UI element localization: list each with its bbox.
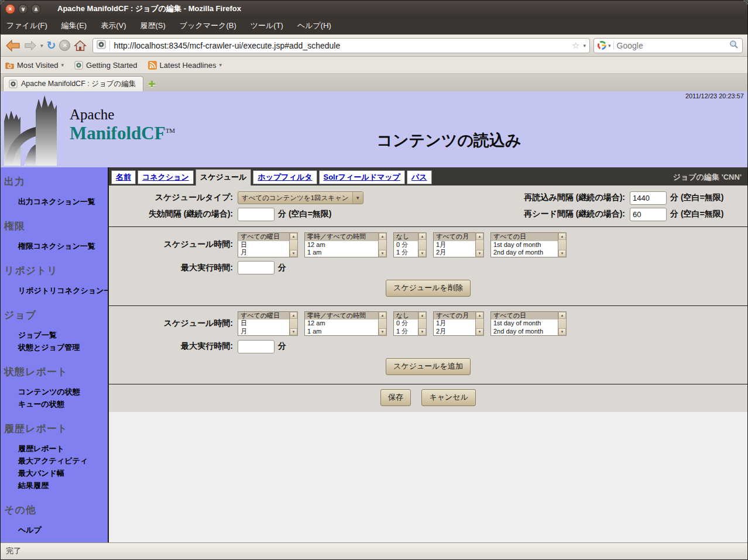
select-scrollbar[interactable] bbox=[378, 311, 387, 336]
select-option[interactable]: 1月 bbox=[434, 319, 475, 328]
sidebar-item-job-list[interactable]: ジョブ一覧 bbox=[4, 329, 105, 342]
select-option[interactable]: なし bbox=[394, 233, 418, 241]
window-maximize-button[interactable]: ∧ bbox=[31, 4, 41, 14]
select-option[interactable]: すべての曜日 bbox=[238, 312, 289, 320]
hour-select[interactable]: 零時／すべての時間 12 am 1 am bbox=[304, 232, 387, 257]
max-run-time-input[interactable] bbox=[238, 340, 275, 353]
select-scrollbar[interactable] bbox=[558, 232, 567, 257]
select-option[interactable]: なし bbox=[394, 312, 418, 320]
bookmark-most-visited[interactable]: Most Visited ▾ bbox=[5, 61, 64, 70]
home-icon[interactable] bbox=[74, 39, 87, 52]
select-option[interactable]: すべての曜日 bbox=[238, 233, 289, 241]
select-option[interactable]: 日 bbox=[238, 241, 289, 249]
sidebar-item-authority-connections[interactable]: 権限コネクション一覧 bbox=[4, 241, 105, 253]
search-input[interactable] bbox=[617, 41, 726, 50]
sidebar-item-result-history[interactable]: 結果履歴 bbox=[4, 480, 105, 492]
select-option[interactable]: 12 am bbox=[305, 319, 378, 328]
menu-history[interactable]: 履歴(S) bbox=[140, 20, 166, 31]
select-option[interactable]: 0 分 bbox=[394, 241, 418, 249]
select-scrollbar[interactable] bbox=[558, 311, 567, 336]
select-option[interactable]: 12 am bbox=[305, 241, 378, 249]
dayofweek-select[interactable]: すべての曜日 日 月 bbox=[238, 232, 298, 257]
schedule-type-select[interactable]: すべてのコンテンツを1回スキャン ▼ bbox=[238, 191, 363, 204]
select-scrollbar[interactable] bbox=[475, 232, 484, 257]
tab-solr-field-map[interactable]: Solrフィールドマップ bbox=[319, 170, 405, 184]
select-option[interactable]: 2月 bbox=[434, 328, 475, 336]
select-option[interactable]: すべての月 bbox=[434, 312, 475, 320]
sidebar-item-queue-status[interactable]: キューの状態 bbox=[4, 398, 105, 411]
search-engine-dropdown-icon[interactable]: ▾ bbox=[608, 43, 611, 49]
month-select[interactable]: すべての月 1月 2月 bbox=[433, 232, 484, 257]
search-bar[interactable]: ▾ bbox=[593, 38, 743, 53]
window-close-button[interactable]: × bbox=[5, 4, 15, 14]
bookmark-star-icon[interactable]: ☆ bbox=[572, 40, 579, 51]
menu-view[interactable]: 表示(V) bbox=[101, 20, 126, 31]
select-option[interactable]: 月 bbox=[238, 249, 289, 257]
menu-help[interactable]: ヘルプ(H) bbox=[297, 20, 331, 31]
window-minimize-button[interactable]: ∨ bbox=[18, 4, 28, 14]
select-option[interactable]: 1st day of month bbox=[491, 319, 558, 328]
url-input[interactable] bbox=[114, 41, 568, 50]
select-scrollbar[interactable] bbox=[475, 311, 484, 336]
save-button[interactable]: 保存 bbox=[380, 389, 411, 406]
select-scrollbar[interactable] bbox=[418, 232, 427, 257]
menu-bookmarks[interactable]: ブックマーク(B) bbox=[180, 20, 236, 31]
hour-select[interactable]: 零時／すべての時間 12 am 1 am bbox=[304, 311, 387, 336]
month-select[interactable]: すべての月 1月 2月 bbox=[433, 311, 484, 336]
forward-icon[interactable] bbox=[24, 40, 37, 51]
back-icon[interactable] bbox=[5, 39, 20, 53]
select-option[interactable]: 零時／すべての時間 bbox=[305, 312, 378, 320]
dayofmonth-select[interactable]: すべての日 1st day of month 2nd day of month bbox=[490, 311, 567, 336]
search-engine-button[interactable]: ▾ bbox=[598, 41, 614, 50]
browser-tab[interactable]: Apache ManifoldCF : ジョブの編集 bbox=[3, 76, 143, 91]
select-scrollbar[interactable] bbox=[289, 232, 298, 257]
select-option[interactable]: 1 分 bbox=[394, 328, 418, 336]
select-option[interactable]: 2nd day of month bbox=[491, 328, 558, 336]
select-option[interactable]: 2nd day of month bbox=[491, 249, 558, 257]
select-option[interactable]: 0 分 bbox=[394, 319, 418, 328]
dayofweek-select[interactable]: すべての曜日 日 月 bbox=[238, 311, 298, 336]
expiration-interval-input[interactable] bbox=[238, 208, 275, 221]
select-option[interactable]: すべての日 bbox=[491, 312, 558, 320]
sidebar-item-max-activity[interactable]: 最大アクティビティ bbox=[4, 455, 105, 468]
bookmark-latest-headlines[interactable]: Latest Headlines ▾ bbox=[148, 61, 222, 70]
tab-name[interactable]: 名前 bbox=[111, 170, 136, 184]
select-option[interactable]: 1月 bbox=[434, 241, 475, 249]
reload-icon[interactable]: ↻ bbox=[47, 40, 56, 51]
tab-schedule[interactable]: スケジュール bbox=[195, 169, 252, 185]
sidebar-item-output-connections[interactable]: 出力コネクション一覧 bbox=[4, 196, 105, 208]
sidebar-item-document-status[interactable]: コンテンツの状態 bbox=[4, 386, 105, 398]
sidebar-item-help[interactable]: ヘルプ bbox=[4, 524, 105, 537]
select-option[interactable]: 1 am bbox=[305, 249, 378, 257]
select-option[interactable]: すべての月 bbox=[434, 233, 475, 241]
new-tab-button[interactable]: ✚ bbox=[147, 79, 158, 91]
select-scrollbar[interactable] bbox=[378, 232, 387, 257]
minute-select[interactable]: なし 0 分 1 分 bbox=[393, 232, 427, 257]
tab-path[interactable]: パス bbox=[407, 170, 432, 184]
tab-connection[interactable]: コネクション bbox=[138, 170, 194, 184]
tab-hop-filters[interactable]: ホップフィルタ bbox=[253, 170, 317, 184]
stop-icon[interactable]: ✕ bbox=[59, 40, 70, 51]
menu-tools[interactable]: ツール(T) bbox=[251, 20, 283, 31]
select-option[interactable]: 2月 bbox=[434, 249, 475, 257]
select-option[interactable]: 1st day of month bbox=[491, 241, 558, 249]
menu-file[interactable]: ファイル(F) bbox=[6, 20, 47, 31]
select-scrollbar[interactable] bbox=[289, 311, 298, 336]
select-option[interactable]: 零時／すべての時間 bbox=[305, 233, 378, 241]
select-scrollbar[interactable] bbox=[418, 311, 427, 336]
sidebar-item-repository-connections[interactable]: リポジトリコネクション一覧 bbox=[4, 285, 105, 297]
bookmark-getting-started[interactable]: Getting Started bbox=[74, 61, 137, 70]
url-bar[interactable]: ☆ ▾ bbox=[92, 38, 590, 53]
cancel-button[interactable]: キャンセル bbox=[421, 389, 476, 406]
sidebar-item-job-status[interactable]: 状態とジョブ管理 bbox=[4, 342, 105, 354]
reseed-interval-input[interactable] bbox=[630, 208, 667, 221]
dayofmonth-select[interactable]: すべての日 1st day of month 2nd day of month bbox=[490, 232, 567, 257]
search-magnifier-icon[interactable] bbox=[729, 40, 739, 51]
minute-select[interactable]: なし 0 分 1 分 bbox=[393, 311, 427, 336]
url-dropdown-icon[interactable]: ▾ bbox=[583, 43, 586, 49]
recrawl-interval-input[interactable] bbox=[630, 191, 667, 205]
select-option[interactable]: 日 bbox=[238, 319, 289, 328]
back-forward-dropdown-icon[interactable]: ▾ bbox=[40, 43, 43, 49]
select-option[interactable]: 1 am bbox=[305, 328, 378, 336]
delete-schedule-button[interactable]: スケジュールを削除 bbox=[386, 280, 471, 297]
